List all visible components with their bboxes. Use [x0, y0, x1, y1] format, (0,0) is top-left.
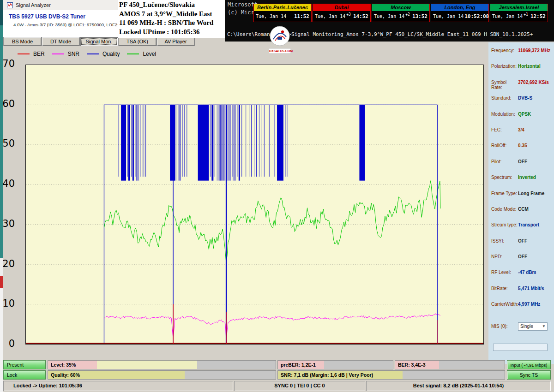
- legend-swatch: [87, 53, 99, 54]
- bar-segment: [97, 361, 197, 369]
- param-row-modulation: Modulation:QPSK: [491, 112, 554, 127]
- clock-city: Berlin-Paris-Lučenec: [254, 4, 311, 11]
- clock-date: Tue, Jan 14: [492, 14, 523, 19]
- overlay-line: AMOS 7 at 3,9°W_Middle East: [119, 10, 225, 19]
- world-clock-dubai: DubaiTue, Jan 14+314:52: [313, 4, 371, 22]
- param-row-frame-type: Frame Type:Long Frame: [491, 191, 554, 207]
- param-label: Modulation:: [491, 112, 518, 117]
- clock-city: Jerusalem-Israel: [490, 4, 548, 11]
- signal-chart: [25, 65, 484, 344]
- mis-row: MIS (0): Single ▼: [491, 322, 554, 331]
- status-uptime: Locked -> Uptime: 101:05:36: [3, 381, 233, 391]
- clock-time: 10:52:08: [464, 13, 489, 19]
- param-label: Standard:: [491, 95, 518, 101]
- param-value: 3/4: [518, 127, 524, 132]
- strip-segment: [0, 258, 3, 276]
- param-label: RollOff:: [491, 143, 518, 148]
- overlay-line: Locked UPtime : 101:05:36: [119, 28, 225, 37]
- quality-progress-bar: Quality: 60%: [48, 370, 276, 380]
- clock-body: Tue, Jan 14+112:52: [490, 11, 548, 22]
- mode-button-signal-mon[interactable]: Signal Mon.: [80, 37, 118, 46]
- mode-button-dt-mode[interactable]: DT Mode: [42, 37, 80, 46]
- mode-button-tsa-ok[interactable]: TSA (OK): [118, 37, 157, 46]
- bar-segment: [185, 371, 276, 379]
- clock-date: Tue, Jan 14: [374, 14, 404, 19]
- window-title: Signal Analyzer: [16, 2, 51, 8]
- param-value: DVB-S: [518, 95, 532, 101]
- parameters-panel: Frequency:11069,372 MHzPolarization:Hori…: [488, 42, 554, 364]
- legend-item-level: Level: [127, 51, 156, 57]
- param-label: RF Level:: [491, 270, 518, 275]
- legend-item-ber: BER: [18, 51, 45, 57]
- strip-segment: [0, 276, 3, 288]
- strip-segment: [0, 288, 3, 392]
- input-rate-indicator: Input (~4,91 Mbps): [507, 360, 551, 369]
- param-value: CCM: [518, 207, 529, 212]
- param-value: -47 dBm: [518, 270, 536, 275]
- param-value: 3702,692 KS/s: [518, 80, 549, 85]
- param-value: Horizontal: [518, 64, 541, 69]
- param-value: 0.35: [518, 143, 527, 148]
- mis-select[interactable]: Single ▼: [518, 322, 548, 331]
- world-clock-london-eng: London, EngTue, Jan 1410:52:08: [431, 4, 489, 22]
- legend-label: Level: [143, 51, 156, 57]
- param-label: Pilot:: [491, 159, 518, 164]
- clock-utc-offset: +3: [346, 12, 351, 17]
- annotation-overlay: PF 450_Lučenec/Slovakia AMOS 7 at 3,9°W_…: [118, 0, 225, 38]
- legend-label: BER: [33, 51, 45, 57]
- clock-date: Tue, Jan 14: [315, 14, 345, 19]
- parameter-rows: Frequency:11069,372 MHzPolarization:Hori…: [491, 48, 554, 318]
- clock-date: Tue, Jan 14: [256, 14, 286, 19]
- param-row-stream-type: Stream type:Transport: [491, 222, 554, 238]
- dxsatcs-logo-text: DXSATCS.COM: [269, 48, 291, 53]
- ber-progress-bar: BER: 3,4E-3: [395, 360, 505, 369]
- sync-ts-indicator: Sync TS: [507, 370, 551, 380]
- present-indicator: Present: [3, 360, 46, 369]
- strip-segment: [0, 25, 3, 258]
- param-label: ISSYI:: [491, 238, 518, 244]
- world-clock-jerusalem-israel: Jerusalem-IsraelTue, Jan 14+112:52: [490, 4, 548, 22]
- param-row-symbol-rate: Symbol Rate:3702,692 KS/s: [491, 80, 554, 95]
- lock-indicator: Lock: [3, 370, 46, 380]
- dxsatcs-logo: DXSATCS.COM: [269, 26, 291, 53]
- legend-item-quality: Quality: [87, 51, 120, 57]
- legend-swatch: [127, 53, 139, 54]
- param-value: QPSK: [518, 112, 531, 117]
- clock-body: Tue, Jan 1410:52:08: [431, 11, 488, 22]
- legend-swatch: [18, 53, 30, 54]
- param-label: Frame Type:: [491, 191, 518, 196]
- param-value: 5,471 Mbit/s: [518, 286, 544, 291]
- clock-utc-offset: +1: [524, 12, 528, 17]
- param-row-carrierwidth: CarrierWidth:4,997 MHz: [491, 302, 554, 317]
- param-row-frequency: Frequency:11069,372 MHz: [491, 48, 554, 64]
- clock-time: 14:52: [353, 13, 368, 19]
- left-edge-strip: [0, 0, 3, 392]
- clock-city: Dubai: [313, 4, 370, 11]
- mode-button-bs-mode[interactable]: BS Mode: [3, 37, 42, 46]
- status-sync-counters: SYNC 0 | TEI 0 | CC 0: [234, 381, 365, 391]
- param-row-spectrum: Spectrum:Inverted: [491, 175, 554, 190]
- clock-time: 12:52: [530, 13, 546, 19]
- app-icon: [7, 2, 13, 8]
- mode-button-av-player[interactable]: AV Player: [157, 37, 195, 46]
- world-clock-berlin-paris-lu-enec: Berlin-Paris-LučenecTue, Jan 1411:52: [253, 4, 312, 22]
- param-value: OFF: [518, 254, 527, 259]
- world-clock-moscow: MoscowTue, Jan 14+213:52: [372, 4, 430, 22]
- clock-time: 13:52: [412, 13, 428, 19]
- overlay-line: PF 450_Lučenec/Slovakia: [119, 0, 225, 10]
- mode-buttons: BS ModeDT ModeSignal Mon.TSA (OK)AV Play…: [3, 37, 195, 46]
- param-value: Long Frame: [518, 191, 544, 196]
- bar-segment: [439, 361, 505, 369]
- param-label: Code Mode:: [491, 207, 518, 212]
- dxsatcs-logo-emblem: [270, 26, 290, 46]
- param-label: CarrierWidth:: [491, 302, 518, 307]
- world-clocks: Berlin-Paris-LučenecTue, Jan 1411:52Duba…: [253, 4, 548, 22]
- param-value: OFF: [518, 238, 527, 244]
- bar-segment: [403, 371, 505, 379]
- param-value: OFF: [518, 159, 527, 164]
- param-row-npd: NPD:OFF: [491, 254, 554, 270]
- bar-label: Level: 35%: [51, 361, 76, 369]
- param-label: FEC:: [491, 127, 518, 132]
- bar-label: preBER: 1,2E-1: [281, 361, 316, 369]
- panel-empty-box: [493, 344, 548, 351]
